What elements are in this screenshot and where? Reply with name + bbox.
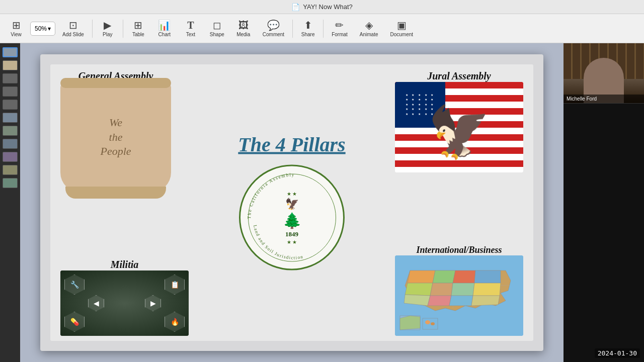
hex-icon-2: 📋: [165, 275, 185, 295]
share-button[interactable]: ⬆ Share: [296, 16, 320, 41]
view-icon: ⊞: [12, 20, 21, 30]
webcam-view: Michelle Ford: [564, 43, 644, 104]
add-slide-icon: ⊡: [69, 20, 77, 30]
scroll-text: WethePeople: [100, 116, 131, 159]
jural-assembly-section: Jural Assembly ★ ★ ★ ★ ★★ ★ ★ ★ ★★ ★ ★ ★…: [395, 70, 523, 172]
slide-thumbnail-9[interactable]: [3, 152, 18, 162]
slide-thumbnail-11[interactable]: [3, 178, 18, 188]
right-panel: Michelle Ford: [564, 43, 644, 362]
slide-thumbnail-8[interactable]: [3, 139, 18, 149]
hex-top-left: 🔧: [64, 275, 85, 295]
svg-marker-19: [449, 296, 473, 306]
zoom-chevron-icon: ▾: [48, 25, 51, 32]
militia-title: Militia: [111, 259, 139, 270]
left-arrow-icon: ◀: [88, 295, 104, 311]
general-assembly-section: General Assembly WethePeople: [60, 70, 171, 193]
view-label: View: [11, 32, 22, 37]
play-icon: ▶: [104, 20, 111, 30]
media-icon: 🖼: [238, 20, 249, 30]
svg-marker-14: [430, 283, 453, 296]
slide-strip: [0, 43, 20, 362]
webcam-name-bar: Michelle Ford: [564, 95, 644, 103]
toolbar-separator-3: [292, 20, 293, 38]
text-icon: T: [187, 20, 194, 30]
slide-thumbnail-5[interactable]: [3, 100, 18, 110]
svg-text:Land and Soil Jurisdiction: Land and Soil Jurisdiction: [253, 224, 304, 260]
slide-thumbnail-4[interactable]: [3, 86, 18, 97]
title-text: YAY! Now What?: [303, 3, 353, 11]
animate-label: Animate: [360, 32, 378, 37]
hex-top-right: 📋: [165, 275, 185, 295]
usa-map-svg: [395, 255, 523, 336]
shape-button[interactable]: ◻ Shape: [205, 16, 229, 41]
toolbar-separator-2: [123, 20, 123, 38]
share-label: Share: [301, 32, 315, 37]
slide-canvas[interactable]: General Assembly WethePeople The 4 Pilla…: [40, 54, 543, 351]
shape-icon: ◻: [213, 20, 221, 30]
window-title: 📄 YAY! Now What?: [291, 3, 353, 11]
toolbar: ⊞ View 50% ▾ ⊡ Add Slide ▶ Play ⊞ Table …: [0, 14, 644, 43]
comment-label: Comment: [263, 32, 284, 37]
eagle-overlay: 🦅: [395, 92, 523, 172]
media-button[interactable]: 🖼 Media: [231, 16, 256, 41]
play-label: Play: [103, 32, 112, 37]
svg-marker-9: [408, 270, 435, 283]
militia-image: 🔧 📋 💊 🔥 EMERGENCYPLAN: [60, 270, 189, 336]
seal-outer-ring: The California Assembly Land and Soil Ju…: [239, 165, 345, 270]
zoom-button[interactable]: 50% ▾: [30, 22, 55, 36]
date-stamp: 2024-01-30: [595, 348, 640, 358]
text-label: Text: [186, 32, 195, 37]
webcam-person-name: Michelle Ford: [567, 96, 597, 102]
slide-thumbnail-6[interactable]: [3, 113, 18, 123]
zoom-value: 50%: [35, 25, 47, 32]
toolbar-separator-1: [92, 20, 93, 38]
scroll-image: WethePeople: [60, 82, 171, 193]
svg-marker-16: [473, 283, 501, 296]
add-slide-button[interactable]: ⊡ Add Slide: [57, 16, 89, 41]
svg-marker-18: [428, 296, 451, 306]
share-icon: ⬆: [304, 20, 312, 30]
play-button[interactable]: ▶ Play: [96, 16, 120, 41]
svg-marker-12: [474, 270, 501, 283]
document-icon: ▣: [397, 20, 407, 30]
table-icon: ⊞: [134, 20, 142, 30]
slide-thumbnail-3[interactable]: [3, 73, 18, 83]
chart-button[interactable]: 📊 Chart: [152, 16, 177, 41]
slide-thumbnail-1[interactable]: [3, 47, 18, 57]
svg-point-24: [425, 320, 430, 324]
slide-thumbnail-10[interactable]: [3, 165, 18, 175]
animate-button[interactable]: ◈ Animate: [355, 16, 383, 41]
eagle-flag-image: ★ ★ ★ ★ ★★ ★ ★ ★ ★★ ★ ★ ★ ★★ ★ ★ ★ ★★ ★ …: [395, 82, 523, 172]
hex-icon-4: 🔥: [165, 312, 185, 332]
shape-label: Shape: [210, 32, 224, 37]
comment-button[interactable]: 💬 Comment: [258, 16, 289, 41]
svg-marker-20: [471, 296, 500, 306]
format-label: Format: [332, 32, 348, 37]
arrow-left-hex: ◀: [88, 295, 104, 311]
svg-marker-22: [400, 316, 420, 330]
toolbar-separator-4: [323, 20, 324, 38]
text-button[interactable]: T Text: [179, 16, 203, 41]
bald-eagle-icon: 🦅: [428, 103, 491, 162]
arrow-right-hex: ▶: [145, 295, 161, 311]
slide-inner: General Assembly WethePeople The 4 Pilla…: [50, 64, 533, 341]
main-area: General Assembly WethePeople The 4 Pilla…: [20, 43, 564, 362]
svg-marker-10: [433, 270, 455, 283]
webcam-rest-area: [564, 104, 644, 362]
svg-marker-13: [405, 283, 433, 296]
document-button[interactable]: ▣ Document: [385, 16, 418, 41]
comment-icon: 💬: [267, 20, 280, 30]
format-button[interactable]: ✏ Format: [327, 16, 353, 41]
title-bar: 📄 YAY! Now What?: [0, 0, 644, 14]
right-arrow-icon: ▶: [145, 295, 161, 311]
format-icon: ✏: [335, 20, 344, 30]
table-button[interactable]: ⊞ Table: [126, 16, 150, 41]
center-content: The 4 Pillars The California Assembly: [236, 133, 347, 273]
hex-icon-1: 🔧: [64, 275, 85, 295]
chart-label: Chart: [158, 32, 171, 37]
seal-circular-text-svg: The California Assembly Land and Soil Ju…: [240, 166, 346, 272]
slide-thumbnail-7[interactable]: [3, 126, 18, 136]
view-button[interactable]: ⊞ View: [4, 16, 28, 41]
svg-marker-11: [453, 270, 475, 283]
slide-thumbnail-2[interactable]: [3, 60, 18, 70]
